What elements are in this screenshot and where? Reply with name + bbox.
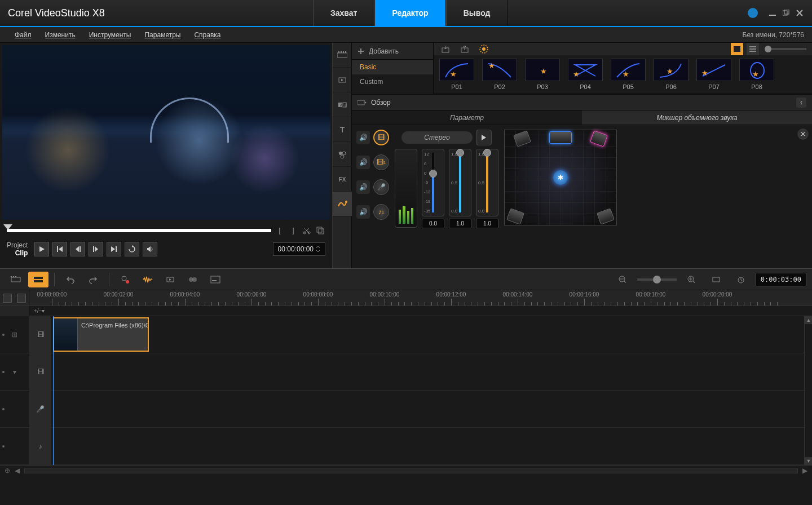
speaker-center-icon[interactable] [549,131,572,144]
track-label-overlay[interactable]: ▾ [0,353,29,391]
track-overlay-icon[interactable]: 🎞1 [373,154,389,170]
play-mode[interactable]: Project Clip [7,241,31,257]
mixer-tab-surround[interactable]: Микшер объемного звука [582,110,812,125]
video-clip[interactable]: C:\Program Files (x86)\Co [53,317,149,352]
track-label-video[interactable]: ⊞ [0,316,29,353]
thumbnail-zoom-slider[interactable] [767,48,806,50]
sidebar-graphic-icon[interactable] [333,142,352,167]
import-button[interactable] [439,43,452,55]
speaker-front-right-icon[interactable] [590,130,608,147]
zoom-in-button[interactable] [681,272,701,287]
mixer-tab-param[interactable]: Параметр [352,110,582,125]
settings-icon[interactable] [478,43,490,55]
playhead[interactable] [53,316,54,465]
main-volume-slider[interactable]: 1260-6-12-18-35 [422,149,444,216]
channel2-slider[interactable]: 1.00.50.0 [476,149,498,216]
track-music-lane[interactable] [52,428,812,464]
menu-tools[interactable]: Инструменты [82,31,138,39]
tab-editor[interactable]: Редактор [374,0,445,26]
tab-capture[interactable]: Захват [313,0,374,26]
track-voice-icon[interactable]: 🎤 [373,179,389,195]
track-voice-icon-cell[interactable]: 🎤 [29,391,52,427]
subtitle-button[interactable] [205,272,226,287]
scroll-right-button[interactable]: ▶ [802,467,807,475]
surround-grid[interactable]: ✱ [504,130,617,225]
preset-p04[interactable]: ★P04 [568,59,603,90]
cut-button[interactable] [302,225,312,236]
scrub-track[interactable] [7,229,271,232]
minimize-button[interactable] [768,8,777,17]
mark-in-button[interactable]: [ [275,225,285,236]
track-overlay-icon-cell[interactable]: 🎞 [29,353,52,390]
project-duration-button[interactable] [731,272,751,287]
multi-trim-button[interactable] [183,272,203,287]
auto-music-button[interactable] [160,272,180,287]
channel1-slider[interactable]: 1.00.50.0 [449,149,471,216]
scroll-down-button[interactable]: ▼ [805,457,812,465]
sidebar-instant-icon[interactable] [333,68,352,92]
repeat-button[interactable] [125,242,139,256]
tracks-toggle-2[interactable] [17,294,26,303]
track-label-music[interactable] [0,428,29,465]
record-button[interactable] [115,272,135,287]
category-custom[interactable]: Custom [352,74,433,89]
track-music-icon-cell[interactable]: ♪ [29,428,52,464]
track-label-voice[interactable] [0,391,29,428]
track-video-icon[interactable]: 🎞 [373,130,389,145]
snapshot-button[interactable] [315,225,325,236]
speaker-front-left-icon[interactable] [513,130,531,147]
undo-button[interactable] [60,272,81,287]
close-button[interactable] [795,8,804,17]
preset-p02[interactable]: ★P02 [482,59,517,90]
play-button[interactable] [34,242,49,256]
timeline-ruler[interactable]: 00:00:00:0000:00:02:0000:00:04:0000:00:0… [29,290,812,305]
mute-overlay-button[interactable]: 🔊 [356,156,370,169]
track-voice-lane[interactable] [52,391,812,427]
view-list-button[interactable] [747,43,759,55]
preset-p05[interactable]: ★P05 [611,59,646,90]
sidebar-path-icon[interactable] [333,192,352,216]
scroll-up-button[interactable]: ▲ [805,316,812,324]
category-basic[interactable]: Basic [352,60,433,74]
tab-output[interactable]: Вывод [446,0,508,26]
maximize-button[interactable] [782,8,791,17]
timeline-view-button[interactable] [28,272,48,287]
fit-project-button[interactable] [706,272,726,287]
preset-p08[interactable]: ★P08 [739,59,774,90]
redo-button[interactable] [83,272,103,287]
track-overlay-lane[interactable] [52,353,812,390]
mark-out-button[interactable]: ] [288,225,298,236]
preset-p06[interactable]: ★P06 [654,59,689,90]
overview-label[interactable]: Обзор [371,99,391,107]
add-category-button[interactable]: Добавить [352,43,433,60]
preview-viewport[interactable] [2,45,330,220]
globe-icon[interactable] [748,8,758,18]
timeline-opts[interactable]: +/−▾ [29,306,49,316]
mute-video-button[interactable]: 🔊 [356,131,370,144]
menu-help[interactable]: Справка [187,31,227,39]
horizontal-scrollbar[interactable] [24,468,798,473]
mute-voice-button[interactable]: 🔊 [356,180,370,194]
sidebar-title-icon[interactable]: T [333,117,352,142]
menu-file[interactable]: Файл [8,31,38,39]
scroll-left-button[interactable]: ◀ [15,467,20,475]
storyboard-view-button[interactable] [6,272,26,287]
timeline-zoom-slider[interactable] [637,278,677,281]
view-thumbnails-button[interactable] [731,43,743,55]
menu-edit[interactable]: Изменить [38,31,82,39]
speaker-rear-right-icon[interactable] [597,208,615,225]
zoom-out-button[interactable] [612,272,633,287]
mixer-play-button[interactable] [476,130,492,145]
surround-position-handle[interactable]: ✱ [553,170,568,185]
collapse-button[interactable]: ‹ [796,98,806,108]
end-button[interactable] [107,242,121,256]
preset-p07[interactable]: ★P07 [696,59,731,90]
track-music-icon[interactable]: ♪1 [373,204,389,220]
sidebar-transition-icon[interactable]: AB [333,92,352,117]
speaker-rear-left-icon[interactable] [506,208,524,225]
preset-p01[interactable]: ★P01 [439,59,474,90]
add-track-button[interactable]: ⊕ [5,467,10,475]
tracks-toggle-1[interactable] [3,294,12,303]
preset-p03[interactable]: ★P03 [525,59,560,90]
export-button[interactable] [458,43,471,55]
